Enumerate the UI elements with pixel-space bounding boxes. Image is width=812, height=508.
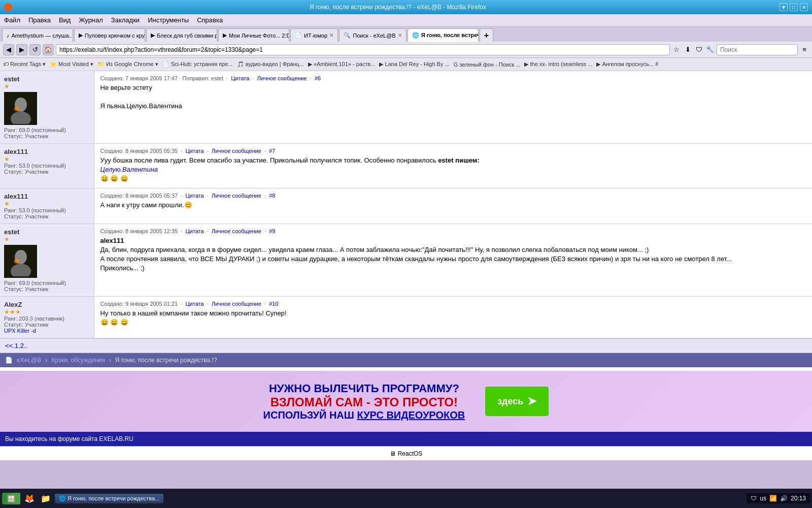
taskbar-icon-folder[interactable]: 📁 — [39, 492, 53, 505]
user-custom-alexz-10: UPX Killer -d — [4, 328, 90, 334]
post-quote-link-8[interactable]: Цитата — [185, 193, 204, 199]
post-quote-link-9[interactable]: Цитата — [185, 228, 204, 234]
bookmark-star-icon[interactable]: ☆ — [672, 45, 681, 54]
url-bar[interactable] — [56, 44, 670, 55]
tab-6[interactable]: 🔍 Поиск - eXeL@B ✕ — [339, 28, 406, 42]
tab-1[interactable]: ♪ Amethystium — слуша... ✕ — [2, 28, 73, 42]
user-cell-alexz-10: AlexZ ★★★ Ранг: 203.3 (наставник) Статус… — [0, 296, 94, 338]
ad-line3-prefix: ИСПОЛЬЗУЙ НАШ — [263, 409, 357, 421]
post-num-9[interactable]: #9 — [269, 228, 275, 234]
breadcrumb-icon: 📄 — [5, 357, 13, 364]
site-footer: Вы находитесь на форуме сайта EXELAB.RU — [0, 432, 812, 446]
post-content-10: Создано: 9 января 2005 01:21 · Цитата · … — [94, 296, 812, 338]
post-content-9: Создано: 8 января 2005 12:35 · Цитата · … — [94, 224, 812, 296]
pagination-link[interactable]: <<.1.2.. — [5, 342, 27, 350]
minimize-button[interactable]: ▼ — [780, 3, 788, 11]
addon-icon[interactable]: 🔧 — [705, 45, 715, 54]
post-pm-link-8[interactable]: Личное сообщение — [212, 193, 261, 199]
bookmarks-ambient[interactable]: ▶ «Ambient.101» - раств... — [308, 61, 376, 68]
menu-bar: Файл Правка Вид Журнал Закладки Инструме… — [0, 14, 812, 26]
emoji-3-10: 😄 — [120, 319, 128, 326]
window-controls[interactable]: ▼ □ ✕ — [780, 3, 808, 11]
user-cell-estet-9: estet ★ Ранг: 69.0 (постоянный) Статус: … — [0, 224, 94, 296]
user-rank-alex-7: Ранг: 53.0 (постоянный) — [4, 163, 90, 169]
user-cell-alex-7: alex111 ★ Ранг: 53.0 (постоянный) Статус… — [0, 144, 94, 188]
tab-2[interactable]: ▶ Пуловер крючком с кру... ✕ — [74, 28, 145, 42]
post-pm-link-9[interactable]: Личное сообщение — [212, 228, 261, 234]
maximize-button[interactable]: □ — [790, 3, 798, 11]
bookmarks-most-visited[interactable]: ⭐ Most Visited ▾ — [50, 61, 93, 68]
user-star-alexz-10: ★★★ — [4, 308, 90, 315]
menu-file[interactable]: Файл — [4, 16, 20, 24]
breadcrumb-home[interactable]: eXeL@B — [17, 357, 41, 364]
ad-line2: ВЗЛОМАЙ САМ - ЭТО ПРОСТО! — [263, 395, 465, 409]
breadcrumb-section[interactable]: Крэки, обсуждения — [51, 357, 105, 364]
reactos-label: ReactOS — [398, 450, 423, 457]
menu-icon[interactable]: ≡ — [800, 45, 809, 54]
menu-edit[interactable]: Правка — [28, 16, 51, 24]
ad-line3: ИСПОЛЬЗУЙ НАШ КУРС ВИДЕОУРОКОВ — [263, 409, 465, 421]
tray-lang[interactable]: us — [760, 495, 766, 502]
bookmarks-green[interactable]: G зеленый фон - Поиск ... — [454, 61, 521, 68]
post-quote-link-10[interactable]: Цитата — [185, 301, 204, 307]
title-bar: Я гоню, после встречи рождества.!? - eXe… — [0, 0, 812, 14]
home-button[interactable]: 🏠 — [43, 44, 54, 55]
quoted-name-9: alex111 — [100, 236, 806, 245]
table-row: estet ★ Ранг: 69.0 (постоянный) Статус: … — [0, 71, 812, 144]
forward-button[interactable]: ▶ — [16, 44, 27, 55]
taskbar-active-item[interactable]: 🌐 Я гоню, после встречи рождества... — [55, 494, 163, 503]
back-button[interactable]: ◀ — [3, 44, 14, 55]
username-alex-7: alex111 — [4, 148, 90, 155]
post-quote-link-6[interactable]: Цитата — [231, 75, 249, 81]
post-main-10: Ну только в нашей компании такое можно п… — [100, 309, 806, 318]
user-status-alex-8: Статус: Участник — [4, 213, 90, 219]
menu-view[interactable]: Вид — [59, 16, 71, 24]
new-tab-button[interactable]: + — [480, 28, 493, 42]
tray-antivirus-icon: 🛡 — [751, 495, 757, 502]
download-icon[interactable]: ⬇ — [683, 45, 692, 54]
bookmarks-angel[interactable]: ▶ Ангелом проснусь... # — [596, 61, 658, 68]
bookmarks-scihub[interactable]: 📄 Sci-Hub: устраняя пре... — [162, 61, 233, 68]
user-star-alex-8: ★ — [4, 200, 90, 207]
start-button[interactable]: 🪟 — [2, 493, 20, 504]
ad-button[interactable]: здесь ➤ — [485, 387, 549, 416]
post-num-8[interactable]: #8 — [269, 193, 275, 199]
post-num-6[interactable]: #6 — [315, 75, 321, 81]
tab-3[interactable]: ▶ Блеск для губ своими р... ✕ — [146, 28, 217, 42]
username-estet-9: estet — [4, 228, 90, 236]
reactos-bar: 🖥 ReactOS — [0, 446, 812, 460]
menu-history[interactable]: Журнал — [79, 16, 103, 24]
avatar-estet-6 — [4, 92, 37, 125]
menu-tools[interactable]: Инструменты — [148, 16, 189, 24]
bookmarks-lana[interactable]: ▶ Lana Del Rey - High By ... — [379, 61, 449, 68]
bookmarks-recent-tags[interactable]: 🏷 Recent Tags ▾ — [3, 61, 46, 68]
tab-5-close[interactable]: ✕ — [329, 33, 333, 38]
close-button[interactable]: ✕ — [800, 3, 808, 11]
tab-7-active[interactable]: 🌐 Я гоню, после встречи р... ✕ — [408, 28, 479, 42]
tab-4[interactable]: ▶ Мои Личные Фото... 2:D ✕ — [218, 28, 289, 42]
bookmarks-xx[interactable]: ▶ the xx- intro (seamless ... — [524, 61, 592, 68]
menu-bookmarks[interactable]: Закладки — [111, 16, 140, 24]
post-content-8: Создано: 8 января 2005 05:37 · Цитата · … — [94, 188, 812, 224]
post-num-7[interactable]: #7 — [269, 148, 275, 154]
tab-3-label: Блеск для губ своими р... — [157, 33, 217, 39]
refresh-button[interactable]: ↺ — [29, 44, 41, 55]
footer-text: Вы находитесь на форуме сайта EXELAB.RU — [5, 435, 133, 442]
menu-help[interactable]: Справка — [197, 16, 223, 24]
post-quote-link-7[interactable]: Цитата — [185, 148, 204, 154]
post-pm-link-6[interactable]: Личное сообщение — [257, 75, 307, 81]
ad-course-link[interactable]: КУРС ВИДЕОУРОКОВ — [357, 409, 465, 421]
taskbar-icon-ff[interactable]: 🦊 — [22, 492, 37, 505]
shield-icon[interactable]: 🛡 — [694, 45, 703, 54]
bookmarks-bar: 🏷 Recent Tags ▾ ⭐ Most Visited ▾ 📁 Из Go… — [0, 58, 812, 71]
tab-5[interactable]: 📄 ИТ-юмор ✕ — [290, 28, 338, 42]
post-pm-link-10[interactable]: Личное сообщение — [212, 301, 261, 307]
post-pm-link-7[interactable]: Личное сообщение — [212, 148, 261, 154]
ad-arrow-icon: ➤ — [527, 395, 536, 408]
bookmarks-chrome[interactable]: 📁 Из Google Chrome ▾ — [97, 61, 158, 68]
post-num-10[interactable]: #10 — [269, 301, 278, 307]
tab-6-close[interactable]: ✕ — [398, 33, 402, 38]
search-input[interactable] — [717, 44, 798, 55]
bookmarks-audio[interactable]: 🎵 аудио-видео | Франц... — [237, 61, 304, 68]
taskbar-item-icon: 🌐 — [59, 495, 66, 501]
